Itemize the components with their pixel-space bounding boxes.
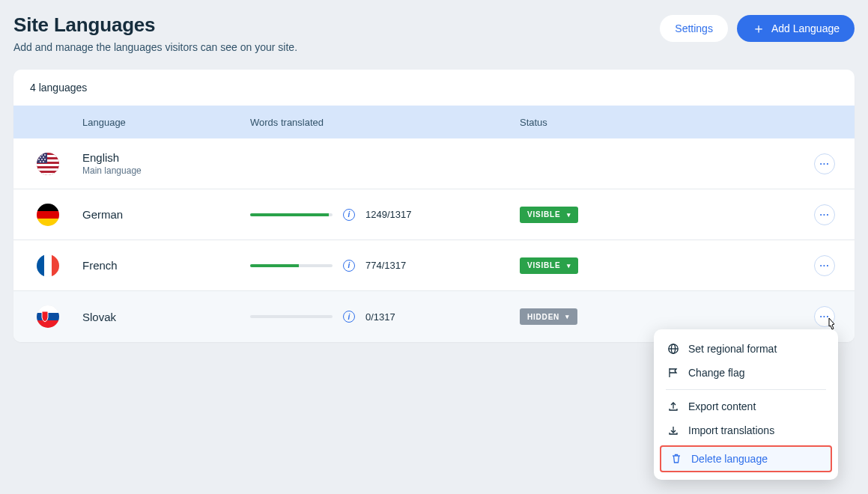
flag-icon bbox=[667, 367, 679, 379]
menu-label: Delete language bbox=[691, 453, 768, 465]
language-name: French bbox=[82, 259, 250, 272]
language-name: German bbox=[82, 208, 250, 221]
status-badge[interactable]: HIDDEN ▾ bbox=[520, 308, 577, 325]
svg-rect-3 bbox=[37, 164, 59, 166]
download-icon bbox=[667, 424, 679, 436]
svg-rect-22 bbox=[52, 254, 59, 277]
info-icon[interactable]: i bbox=[343, 260, 355, 272]
settings-label: Settings bbox=[675, 22, 713, 34]
status-label: HIDDEN bbox=[527, 313, 559, 321]
progress-text: 0/1317 bbox=[365, 311, 395, 323]
progress-bar bbox=[250, 264, 333, 267]
col-words: Words translated bbox=[250, 117, 520, 128]
settings-button[interactable]: Settings bbox=[660, 15, 728, 42]
language-sublabel: Main language bbox=[82, 165, 250, 176]
row-more-button[interactable]: ··· bbox=[814, 153, 835, 174]
plus-icon: ＋ bbox=[752, 22, 765, 35]
languages-count: 4 languages bbox=[13, 70, 855, 106]
col-status: Status bbox=[520, 117, 795, 128]
language-name: Slovak bbox=[82, 311, 250, 323]
row-more-button[interactable]: ··· bbox=[814, 255, 835, 276]
languages-card: 4 languages Language Words translated St… bbox=[13, 70, 855, 342]
svg-rect-17 bbox=[37, 204, 59, 211]
svg-rect-25 bbox=[37, 320, 59, 328]
menu-label: Export content bbox=[688, 400, 756, 412]
flag-icon-de bbox=[37, 204, 59, 226]
add-language-button[interactable]: ＋ Add Language bbox=[737, 15, 855, 42]
page-subtitle: Add and manage the languages visitors ca… bbox=[13, 41, 297, 53]
menu-set-regional-format[interactable]: Set regional format bbox=[654, 337, 838, 361]
progress-bar bbox=[250, 315, 333, 318]
info-icon[interactable]: i bbox=[343, 311, 355, 323]
row-more-button[interactable]: ··· bbox=[814, 306, 835, 327]
status-label: VISIBLE bbox=[527, 210, 561, 219]
menu-export-content[interactable]: Export content bbox=[654, 394, 838, 418]
table-header: Language Words translated Status bbox=[13, 106, 855, 138]
progress-text: 1249/1317 bbox=[365, 209, 411, 220]
chevron-down-icon: ▾ bbox=[565, 313, 570, 320]
svg-point-8 bbox=[41, 154, 43, 156]
svg-rect-5 bbox=[37, 173, 59, 175]
upload-icon bbox=[667, 400, 679, 412]
svg-point-11 bbox=[43, 156, 44, 158]
page-title: Site Languages bbox=[13, 13, 297, 37]
svg-rect-18 bbox=[37, 211, 59, 219]
add-language-label: Add Language bbox=[771, 22, 840, 34]
table-row: English Main language ··· bbox=[13, 138, 855, 189]
table-row: French i 774/1317 VISIBLE ▾ ··· bbox=[13, 240, 855, 291]
svg-rect-19 bbox=[37, 219, 59, 226]
svg-point-13 bbox=[41, 159, 43, 160]
status-badge[interactable]: VISIBLE ▾ bbox=[520, 207, 578, 223]
table-row: German i 1249/1317 VISIBLE ▾ ··· bbox=[13, 189, 855, 240]
chevron-down-icon: ▾ bbox=[567, 262, 571, 269]
status-label: VISIBLE bbox=[527, 261, 561, 269]
svg-rect-4 bbox=[37, 168, 59, 171]
progress-bar bbox=[250, 213, 333, 216]
flag-icon-us bbox=[37, 153, 59, 175]
globe-icon bbox=[667, 343, 679, 355]
flag-icon-sk bbox=[37, 305, 59, 328]
menu-label: Import translations bbox=[688, 424, 774, 436]
row-actions-menu: Set regional format Change flag Export c… bbox=[654, 329, 838, 480]
progress-text: 774/1317 bbox=[365, 260, 406, 271]
menu-separator bbox=[666, 389, 826, 390]
svg-point-9 bbox=[44, 154, 46, 156]
svg-point-12 bbox=[38, 159, 40, 160]
info-icon[interactable]: i bbox=[343, 209, 355, 221]
svg-point-14 bbox=[44, 159, 46, 160]
status-badge[interactable]: VISIBLE ▾ bbox=[520, 257, 578, 274]
svg-rect-20 bbox=[37, 254, 44, 277]
svg-point-7 bbox=[38, 154, 40, 156]
row-more-button[interactable]: ··· bbox=[814, 204, 835, 225]
menu-import-translations[interactable]: Import translations bbox=[654, 418, 838, 442]
svg-point-16 bbox=[43, 161, 44, 162]
svg-point-10 bbox=[40, 156, 41, 158]
menu-delete-language[interactable]: Delete language bbox=[660, 445, 832, 472]
menu-label: Set regional format bbox=[688, 343, 777, 355]
svg-point-15 bbox=[40, 161, 41, 162]
svg-rect-21 bbox=[44, 254, 52, 277]
trash-icon bbox=[670, 453, 682, 465]
flag-icon-fr bbox=[37, 254, 59, 277]
chevron-down-icon: ▾ bbox=[567, 211, 571, 219]
language-name: English bbox=[82, 151, 250, 164]
menu-label: Change flag bbox=[688, 367, 745, 379]
col-language: Language bbox=[82, 117, 250, 128]
menu-change-flag[interactable]: Change flag bbox=[654, 361, 838, 385]
